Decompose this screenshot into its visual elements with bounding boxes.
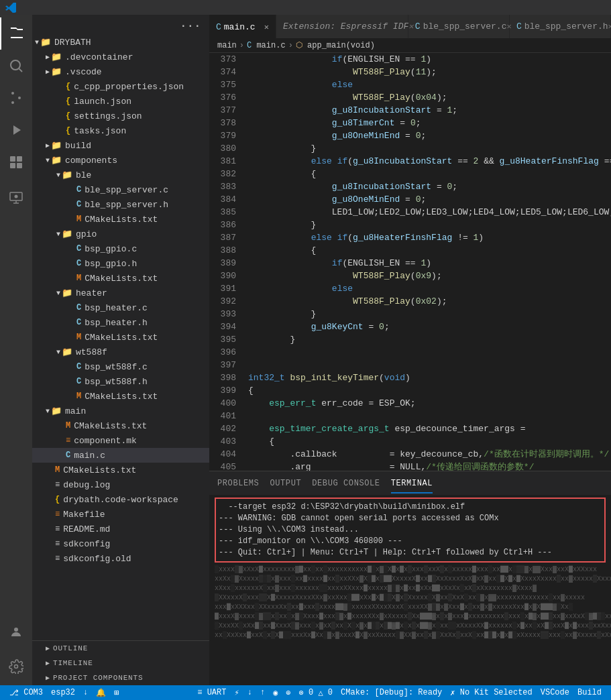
noise-line: ░XxxXX░xXx█▒xx█XxxX▒▓xxx░x▓xX▒xx░X░x▓x█░… — [215, 622, 606, 631]
tree-item-bsp_gpio_h[interactable]: Cbsp_gpio.h — [32, 256, 209, 271]
status-monitor[interactable]: ◉ — [269, 685, 282, 700]
problems-tab[interactable]: PROBLEMS — [217, 473, 259, 493]
tree-item-sdkconfig_old[interactable]: ≡sdkconfig.old — [32, 551, 209, 566]
tree-item-main_c[interactable]: Cmain.c — [32, 448, 209, 463]
menu-view[interactable] — [76, 6, 82, 9]
tree-item-ble_spp_server_h[interactable]: Cble_spp_server.h — [32, 197, 209, 212]
status-upload[interactable]: ↑ — [256, 685, 269, 700]
tree-item-gpio_cmakelists[interactable]: MCMakeLists.txt — [32, 271, 209, 286]
status-sync[interactable]: ↓ — [79, 685, 92, 700]
tree-item-build[interactable]: ▶📁build — [32, 138, 209, 153]
tree-item-drybath_workspace[interactable]: {drybath.code-workspace — [32, 492, 209, 507]
breadcrumb-main[interactable]: main — [217, 41, 237, 50]
file-type-icon: M — [76, 274, 81, 283]
remote-explorer-activity-icon[interactable] — [0, 181, 32, 213]
status-branch[interactable]: ⎇ COM3 — [5, 685, 47, 700]
tab-ble-spp-c-close[interactable]: ✕ — [506, 21, 511, 32]
status-build[interactable]: Build — [573, 685, 606, 700]
tree-item-tasks[interactable]: {tasks.json — [32, 123, 209, 138]
file-type-icon: C — [66, 451, 70, 460]
tree-item-bsp_heater_c[interactable]: Cbsp_heater.c — [32, 300, 209, 315]
status-bolt[interactable]: ⚡ — [230, 685, 243, 700]
status-vscode[interactable]: VSCode — [537, 685, 573, 700]
tab-main-c-close[interactable]: ✕ — [264, 22, 269, 32]
tree-item-heater[interactable]: ▼📁heater — [32, 286, 209, 300]
tree-item-root_cmakelists[interactable]: MCMakeLists.txt — [32, 463, 209, 477]
code-content[interactable]: if(ENGLISH_EN == 1) WT588F_Play(11); els… — [243, 53, 611, 471]
breadcrumb-function[interactable]: ⬡ app_main(void) — [296, 40, 375, 50]
tree-item-bsp_wt588f_c[interactable]: Cbsp_wt588f.c — [32, 359, 209, 374]
menu-selection[interactable] — [63, 6, 68, 9]
tree-item-main_cmakelists[interactable]: MCMakeLists.txt — [32, 418, 209, 433]
terminal-tab[interactable]: TERMINAL — [391, 473, 433, 493]
sidebar-more-button[interactable]: ··· — [180, 20, 201, 32]
source-control-activity-icon[interactable] — [0, 82, 32, 114]
status-uart[interactable]: ≡ UART — [193, 685, 230, 700]
tree-item-settings[interactable]: {settings.json — [32, 109, 209, 123]
sidebar-tree: ▼📁DRYBATH▶📁.devcontainer▶📁.vscode{c_cpp_… — [32, 35, 209, 640]
tab-ble-spp-c[interactable]: C ble_spp_server.c ✕ — [408, 15, 510, 38]
breadcrumb-file[interactable]: C main.c — [247, 41, 286, 50]
tree-item-wt588f_cmakelists[interactable]: MCMakeLists.txt — [32, 389, 209, 404]
status-bell[interactable]: 🔔 — [92, 685, 110, 700]
tab-main-c[interactable]: C main.c ✕ — [209, 15, 276, 38]
menu-file[interactable] — [36, 6, 42, 9]
folder-arrow-icon: ▼ — [56, 231, 60, 238]
tree-item-drybath[interactable]: ▼📁DRYBATH — [32, 35, 209, 50]
timeline-section[interactable]: ▶ TIMELINE — [32, 656, 209, 670]
tree-item-components[interactable]: ▼📁components — [32, 153, 209, 168]
explorer-activity-icon[interactable] — [0, 17, 32, 50]
menu-go[interactable] — [90, 6, 95, 9]
status-no-kit[interactable]: ✗ No Kit Selected — [446, 685, 536, 700]
run-debug-activity-icon[interactable] — [0, 114, 32, 146]
tree-item-wt588f[interactable]: ▼📁wt588f — [32, 345, 209, 359]
menu-edit[interactable] — [50, 6, 55, 9]
tree-item-ble_spp_server_c[interactable]: Cble_spp_server.c — [32, 182, 209, 197]
tree-item-c_cpp_properties[interactable]: {c_cpp_properties.json — [32, 79, 209, 94]
tree-item-makefile[interactable]: ≡Makefile — [32, 507, 209, 522]
menu-run[interactable] — [103, 6, 109, 9]
tree-item-bsp_wt588f_h[interactable]: Cbsp_wt588f.h — [32, 374, 209, 389]
outline-section[interactable]: ▶ OUTLINE — [32, 641, 209, 656]
tab-ble-spp-h-close[interactable]: ✕ — [608, 21, 611, 32]
status-download[interactable]: ↓ — [243, 685, 256, 700]
tab-extension-close[interactable]: ✕ — [408, 21, 413, 32]
terminal-content[interactable]: --target esp32 d:\ESP32\drybath\build\mi… — [209, 495, 611, 685]
status-chip[interactable]: ⊞ — [110, 685, 123, 700]
tab-extension-espressif[interactable]: Extension: Espressif IDF ✕ — [276, 15, 408, 38]
c-file-icon: C — [216, 22, 221, 32]
tree-item-readme[interactable]: ≡README.md — [32, 522, 209, 536]
folder-icon: 📁 — [51, 155, 62, 166]
tree-item-ble[interactable]: ▼📁ble — [32, 168, 209, 182]
project-components-section[interactable]: ▶ PROJECT COMPONENTS — [32, 670, 209, 685]
tree-item-sdkconfig[interactable]: ≡sdkconfig — [32, 536, 209, 551]
status-errors[interactable]: ⊗ 0 △ 0 — [295, 685, 337, 700]
tree-item-devcontainer[interactable]: ▶📁.devcontainer — [32, 50, 209, 64]
tree-item-heater_cmakelists[interactable]: MCMakeLists.txt — [32, 330, 209, 345]
tree-item-label: build — [65, 141, 91, 151]
tree-item-bsp_heater_h[interactable]: Cbsp_heater.h — [32, 315, 209, 330]
extensions-activity-icon[interactable] — [0, 146, 32, 178]
menu-terminal[interactable] — [117, 6, 122, 9]
search-activity-icon[interactable] — [0, 50, 32, 82]
bell-icon: 🔔 — [96, 688, 106, 698]
tab-ble-spp-h[interactable]: C ble_spp_server.h ✕ — [510, 15, 611, 38]
tree-item-gpio[interactable]: ▼📁gpio — [32, 227, 209, 241]
status-more[interactable]: ⊕ — [282, 685, 294, 700]
menu-help[interactable] — [130, 6, 135, 9]
tree-item-label: DRYBATH — [54, 38, 91, 48]
tree-item-launch[interactable]: {launch.json — [32, 94, 209, 109]
tree-item-component_mk[interactable]: ≡component.mk — [32, 433, 209, 448]
output-tab[interactable]: OUTPUT — [270, 473, 301, 493]
debug-console-tab[interactable]: DEBUG CONSOLE — [312, 473, 380, 493]
tree-item-main[interactable]: ▼📁main — [32, 404, 209, 418]
tree-item-ble_cmakelists[interactable]: MCMakeLists.txt — [32, 212, 209, 227]
tree-item-debug_log[interactable]: ≡debug.log — [32, 477, 209, 492]
tree-item-vscode[interactable]: ▶📁.vscode — [32, 64, 209, 79]
terminal-warning-box: --target esp32 d:\ESP32\drybath\build\mi… — [215, 498, 606, 563]
status-esp32[interactable]: esp32 — [47, 685, 79, 700]
account-activity-icon[interactable] — [0, 616, 32, 648]
settings-activity-icon[interactable] — [0, 650, 32, 683]
tree-item-bsp_gpio_c[interactable]: Cbsp_gpio.c — [32, 241, 209, 256]
status-cmake[interactable]: CMake: [Debug]: Ready — [337, 685, 446, 700]
